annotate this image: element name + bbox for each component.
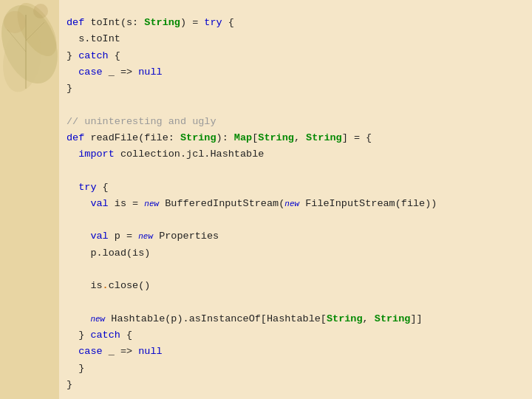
code-line-7: // uninteresting and ugly <box>66 114 525 130</box>
code-container: def toInt(s: String) = try { s.toInt } c… <box>66 15 525 392</box>
leaf-icon <box>0 0 59 148</box>
code-line-9: import collection.jcl.Hashtable <box>66 146 525 163</box>
code-line-3: } catch { <box>66 48 525 64</box>
code-line-14: val p = new Properties <box>66 228 525 245</box>
code-line-15: p.load(is) <box>66 245 525 262</box>
code-line-2: s.toInt <box>66 31 525 47</box>
code-line-5: } <box>66 81 525 97</box>
code-line-20: } catch { <box>66 327 525 344</box>
empty-line-2 <box>66 163 525 179</box>
empty-line-3 <box>66 212 525 228</box>
code-line-17: is.close() <box>66 278 525 294</box>
code-line-1: def toInt(s: String) = try { <box>66 15 525 31</box>
empty-line-1 <box>66 97 525 113</box>
code-line-4: case _ => null <box>66 64 525 81</box>
code-line-8: def readFile(file: String): Map[String, … <box>66 130 525 146</box>
code-line-23: } <box>66 377 525 393</box>
empty-line-4 <box>66 262 525 278</box>
empty-line-5 <box>66 295 525 311</box>
code-line-19: new Hashtable(p).asInstanceOf[Hashtable[… <box>66 311 525 327</box>
code-line-11: try { <box>66 180 525 196</box>
code-line-21: case _ => null <box>66 344 525 360</box>
sidebar-decoration <box>0 0 59 399</box>
code-line-22: } <box>66 361 525 377</box>
code-line-12: val is = new BufferedInputStream(new Fil… <box>66 196 525 212</box>
svg-point-3 <box>4 11 26 33</box>
svg-point-4 <box>33 4 48 18</box>
